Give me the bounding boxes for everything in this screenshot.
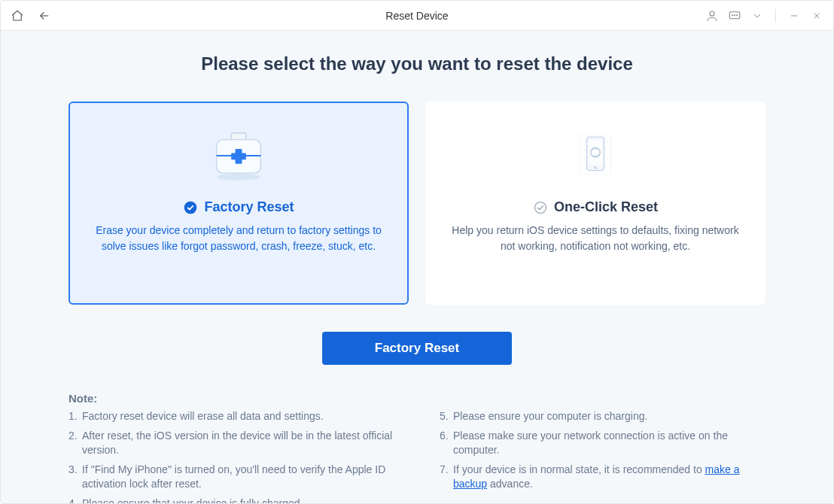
svg-point-4 (736, 14, 737, 15)
note-text: Please make sure your network connection… (453, 429, 766, 458)
window-title: Reset Device (385, 10, 448, 22)
svg-point-22 (594, 166, 597, 169)
note-item: 3.If "Find My iPhone" is turned on, you'… (68, 463, 394, 492)
page-title: Please select the way you want to reset … (68, 53, 766, 74)
close-icon[interactable] (809, 8, 824, 23)
chevron-down-icon[interactable] (750, 8, 765, 23)
svg-point-0 (710, 11, 714, 16)
note-text: If your device is in normal state, it is… (453, 463, 766, 492)
feedback-icon[interactable] (727, 8, 742, 23)
note-item: 1.Factory reset device will erase all da… (68, 409, 394, 424)
divider (775, 9, 776, 23)
svg-rect-10 (231, 153, 246, 159)
titlebar: Reset Device (1, 1, 833, 31)
note-text: Factory reset device will erase all data… (82, 409, 324, 424)
note-item: 7. If your device is in normal state, it… (440, 463, 766, 492)
back-icon[interactable] (37, 8, 52, 23)
notes-title: Note: (68, 392, 766, 405)
svg-point-3 (734, 14, 735, 15)
note-text: Please ensure your computer is charging. (453, 409, 647, 424)
factory-reset-button[interactable]: Factory Reset (322, 332, 512, 365)
note-item: 6. Please make sure your network connect… (440, 429, 766, 458)
check-circle-outline-icon (533, 200, 548, 215)
note-item: 2.After reset, the iOS version in the de… (68, 429, 394, 458)
note-item: 5. Please ensure your computer is chargi… (440, 409, 766, 424)
svg-point-24 (534, 202, 546, 213)
svg-point-2 (732, 14, 732, 15)
check-circle-icon (183, 200, 198, 215)
note-item: 4. Please ensure that your device is ful… (68, 496, 394, 503)
svg-point-5 (218, 174, 260, 181)
home-icon[interactable] (10, 8, 25, 23)
note-text: If "Find My iPhone" is turned on, you'll… (82, 463, 394, 492)
card-title: Factory Reset (204, 199, 294, 215)
card-factory-reset[interactable]: Factory Reset Erase your device complete… (68, 102, 409, 305)
minimize-icon[interactable] (787, 8, 802, 23)
card-desc: Erase your device completely and return … (93, 223, 385, 254)
note-text: Please ensure that your device is fully … (82, 496, 303, 503)
phone-refresh-icon (565, 126, 626, 186)
notes: Note: 1.Factory reset device will erase … (68, 392, 766, 503)
card-desc: Help you return iOS device settings to d… (449, 223, 741, 254)
note-text: After reset, the iOS version in the devi… (82, 429, 394, 458)
user-icon[interactable] (705, 8, 720, 23)
medical-kit-icon (208, 126, 269, 186)
card-one-click-reset[interactable]: One-Click Reset Help you return iOS devi… (425, 102, 766, 305)
reset-options: Factory Reset Erase your device complete… (68, 102, 766, 305)
card-title: One-Click Reset (554, 199, 658, 215)
